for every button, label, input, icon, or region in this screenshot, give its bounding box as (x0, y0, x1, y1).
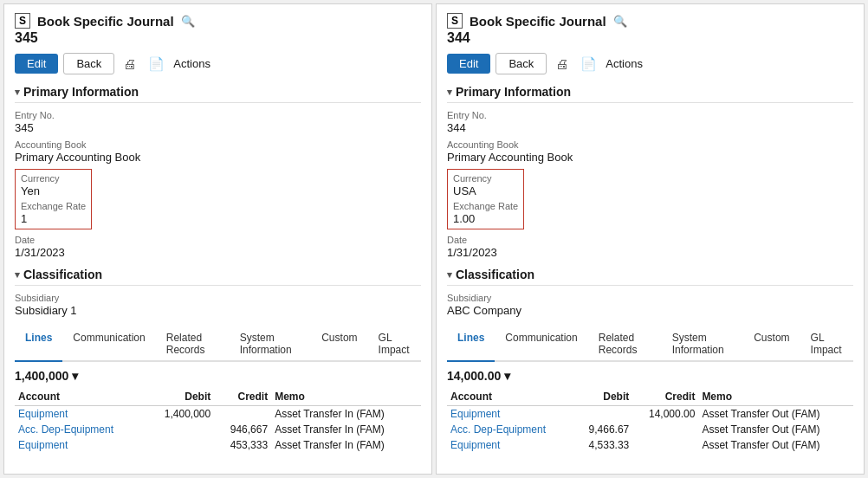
right-entry-no-group: Entry No. 344 (447, 110, 853, 134)
left-primary-label: Primary Information (23, 85, 139, 99)
left-lines-amount[interactable]: 1,400,000 ▾ (15, 369, 421, 383)
left-classification-section: ▾ Classification Subsidiary Subsidiary 1 (15, 268, 421, 317)
right-classification-chevron: ▾ (447, 269, 452, 281)
left-tab-lines[interactable]: Lines (15, 327, 62, 362)
left-currency-value: Yen (21, 184, 86, 197)
left-print-icon[interactable]: 🖨 (120, 55, 139, 73)
left-subsidiary-group: Subsidiary Subsidiary 1 (15, 293, 421, 317)
right-lines-amount[interactable]: 14,000.00 ▾ (447, 369, 853, 383)
right-col-account: Account (447, 388, 573, 406)
left-tab-custom[interactable]: Custom (311, 327, 367, 362)
right-edit-button[interactable]: Edit (447, 54, 490, 74)
left-debit-cell (146, 422, 214, 437)
right-header: S Book Specific Journal 🔍 (447, 13, 853, 29)
right-back-button[interactable]: Back (496, 53, 547, 74)
right-classification-header: ▾ Classification (447, 268, 853, 286)
left-search-icon[interactable]: 🔍 (181, 15, 195, 28)
right-memo-cell: Asset Transfer Out (FAM) (698, 422, 853, 437)
left-credit-cell: 453,333 (214, 437, 271, 453)
left-entry-number: 345 (15, 30, 421, 46)
right-tab-system-information[interactable]: System Information (662, 327, 744, 362)
left-tab-gl-impact[interactable]: GL Impact (368, 327, 421, 362)
right-col-debit: Debit (573, 388, 632, 406)
left-entry-no-group: Entry No. 345 (15, 110, 421, 134)
right-account-cell[interactable]: Acc. Dep-Equipment (447, 422, 573, 437)
right-currency-value: USA (453, 184, 518, 197)
right-exchange-rate-value: 1.00 (453, 212, 518, 225)
right-tab-gl-impact[interactable]: GL Impact (800, 327, 853, 362)
right-tabs: Lines Communication Related Records Syst… (447, 327, 853, 362)
left-title: Book Specific Journal (37, 14, 174, 29)
left-date-label: Date (15, 235, 421, 245)
right-subsidiary-label: Subsidiary (447, 293, 853, 303)
left-classification-chevron: ▾ (15, 269, 20, 281)
left-entry-no-value: 345 (15, 121, 421, 134)
left-classification-header: ▾ Classification (15, 268, 421, 286)
right-print-icon[interactable]: 🖨 (552, 55, 572, 73)
left-tab-communication[interactable]: Communication (62, 327, 155, 362)
left-primary-chevron: ▾ (15, 87, 20, 98)
right-tab-related-records[interactable]: Related Records (588, 327, 662, 362)
left-account-cell[interactable]: Equipment (15, 406, 146, 423)
right-entry-no-value: 344 (447, 121, 853, 134)
left-memo-cell: Asset Transfer In (FAM) (271, 437, 421, 453)
left-tab-system-information[interactable]: System Information (230, 327, 312, 362)
right-memo-cell: Asset Transfer Out (FAM) (698, 437, 853, 453)
left-app-icon: S (15, 13, 30, 29)
left-edit-button[interactable]: Edit (15, 54, 58, 74)
left-account-cell[interactable]: Equipment (15, 437, 146, 453)
right-primary-section: ▾ Primary Information (447, 85, 853, 103)
left-accounting-book-group: Accounting Book Primary Accounting Book (15, 139, 421, 164)
right-lines-table: Account Debit Credit Memo Equipment 14,0… (447, 388, 853, 453)
left-account-cell[interactable]: Acc. Dep-Equipment (15, 422, 146, 437)
left-back-button[interactable]: Back (63, 53, 114, 74)
left-header: S Book Specific Journal 🔍 (15, 13, 421, 29)
right-copy-icon[interactable]: 📄 (577, 55, 600, 74)
left-accounting-book-value: Primary Accounting Book (15, 151, 421, 164)
right-credit-cell (632, 437, 698, 453)
right-subsidiary-value: ABC Company (447, 304, 853, 317)
right-col-memo: Memo (698, 388, 853, 406)
right-account-cell[interactable]: Equipment (447, 406, 573, 423)
right-date-label: Date (447, 235, 853, 245)
left-panel: S Book Specific Journal 🔍 345 Edit Back … (3, 3, 432, 475)
right-currency-label: Currency (453, 173, 518, 184)
left-classification-label: Classification (23, 268, 102, 281)
right-accounting-book-label: Accounting Book (447, 139, 853, 150)
right-entry-no-label: Entry No. (447, 110, 853, 120)
left-actions-button[interactable]: Actions (173, 57, 211, 70)
right-primary-label: Primary Information (456, 85, 571, 99)
left-subsidiary-value: Subsidiary 1 (15, 304, 421, 317)
table-row: Equipment 14,000.00 Asset Transfer Out (… (447, 406, 853, 423)
right-search-icon[interactable]: 🔍 (613, 15, 627, 28)
left-memo-cell: Asset Transfer In (FAM) (271, 422, 421, 437)
right-tab-communication[interactable]: Communication (495, 327, 587, 362)
right-debit-cell: 9,466.67 (573, 422, 632, 437)
left-tab-related-records[interactable]: Related Records (156, 327, 230, 362)
right-exchange-rate-label: Exchange Rate (453, 201, 518, 211)
left-col-account: Account (15, 388, 146, 406)
left-date-value: 1/31/2023 (15, 246, 421, 259)
right-account-cell[interactable]: Equipment (447, 437, 573, 453)
right-memo-cell: Asset Transfer Out (FAM) (698, 406, 853, 423)
right-toolbar: Edit Back 🖨 📄 Actions (447, 53, 853, 74)
right-currency-box: Currency USA Exchange Rate 1.00 (447, 169, 524, 229)
table-row: Equipment 453,333 Asset Transfer In (FAM… (15, 437, 421, 453)
left-col-memo: Memo (271, 388, 421, 406)
right-entry-number: 344 (447, 30, 853, 46)
right-classification-label: Classification (456, 268, 534, 281)
left-lines-table: Account Debit Credit Memo Equipment 1,40… (15, 388, 421, 453)
table-row: Equipment 4,533.33 Asset Transfer Out (F… (447, 437, 853, 453)
table-row: Equipment 1,400,000 Asset Transfer In (F… (15, 406, 421, 423)
right-panel: S Book Specific Journal 🔍 344 Edit Back … (436, 3, 865, 475)
right-actions-button[interactable]: Actions (606, 57, 643, 70)
right-app-icon: S (447, 13, 463, 29)
left-currency-label: Currency (21, 173, 86, 184)
right-tab-lines[interactable]: Lines (447, 327, 495, 362)
right-tab-custom[interactable]: Custom (743, 327, 800, 362)
right-credit-cell (632, 422, 698, 437)
left-exchange-rate-value: 1 (21, 212, 86, 225)
left-debit-cell (146, 437, 214, 453)
left-date-group: Date 1/31/2023 (15, 235, 421, 259)
left-copy-icon[interactable]: 📄 (145, 55, 168, 74)
